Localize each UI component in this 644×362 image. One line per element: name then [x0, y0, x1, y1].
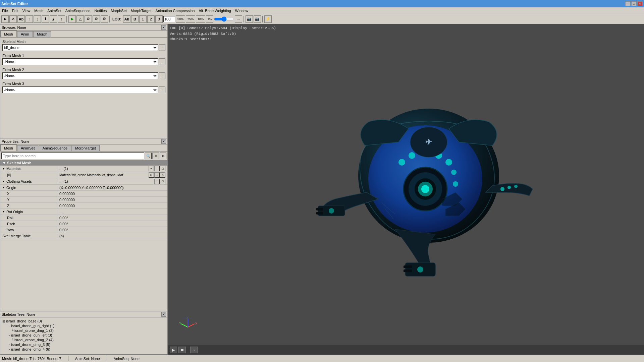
browser-panel-title: Browser: None [2, 25, 26, 29]
extra-mesh-2-btn[interactable]: ⋯ [159, 72, 165, 79]
toolbar-btn-6[interactable]: ▲ [50, 15, 57, 23]
menu-morphset[interactable]: MorphSet [109, 7, 129, 14]
tree-icon-dmg-4: └ [8, 348, 10, 351]
close-button[interactable]: ✕ [637, 1, 643, 6]
menu-animsequence[interactable]: AnimSequence [63, 7, 93, 14]
material-0-btn3[interactable]: ✕ [160, 172, 165, 178]
menu-morphtarget[interactable]: MorphTarget [129, 7, 154, 14]
skeleton-panel-header: Skeleton Tree: None ✕ [0, 311, 167, 317]
toolbar-btn-b[interactable]: B [131, 15, 139, 23]
clothing-expand[interactable]: ▼ [2, 180, 5, 183]
menu-view[interactable]: View [20, 7, 33, 14]
toolbar-btn-8[interactable]: ⚙ [85, 15, 92, 23]
skeletal-mesh-section[interactable]: ▼ Skeletal Mesh [0, 160, 167, 166]
menu-animset[interactable]: AnimSet [45, 7, 63, 14]
extra-mesh-1-btn[interactable]: ⋯ [159, 58, 165, 65]
drone-dot-7 [453, 181, 458, 187]
skeletal-mesh-select[interactable]: idf_drone [2, 44, 158, 51]
properties-panel-close[interactable]: ✕ [161, 139, 166, 144]
menu-notifies[interactable]: Notifies [92, 7, 109, 14]
materials-add-btn[interactable]: + [149, 166, 154, 171]
percent-input[interactable] [163, 16, 175, 22]
maximize-button[interactable]: □ [631, 1, 637, 6]
toolbar-btn-ab2[interactable]: Ab [123, 15, 130, 23]
status-mesh: Mesh: idf_drone Tris: 7604 Bones: 7 [2, 357, 61, 361]
menu-mesh[interactable]: Mesh [32, 7, 45, 14]
skeleton-panel-close[interactable]: ✕ [161, 312, 166, 317]
origin-expand[interactable]: ▼ [2, 186, 5, 189]
toolbar-btn-1[interactable]: ▶ [1, 15, 9, 23]
extra-mesh-3-select[interactable]: -None- [2, 86, 158, 93]
menu-animation-compression[interactable]: Animation Compression [154, 7, 197, 14]
toolbar-btn-10[interactable]: 10% [196, 15, 205, 23]
toolbar-btn-misc[interactable]: ⚡ [264, 15, 272, 23]
toolbar-btn-3[interactable]: ↑ [25, 15, 33, 23]
skeleton-item-base: ⊞ israel_drone_base (0) [2, 319, 165, 323]
tab-mesh[interactable]: Mesh [0, 31, 17, 37]
props-tab-mesh[interactable]: Mesh [0, 144, 17, 151]
skeleton-item-gun-right-label: israel_drone_gun_right (1) [11, 324, 54, 328]
extra-mesh-1-select[interactable]: -None- [2, 58, 158, 65]
search-btn[interactable]: 🔍 [145, 153, 152, 159]
skeletal-mesh-btn[interactable]: ⋯ [159, 44, 165, 51]
menu-window[interactable]: Window [233, 7, 250, 14]
toolbar-btn-lod2[interactable]: 2 [147, 15, 155, 23]
toolbar-btn-lod3[interactable]: 3 [155, 15, 163, 23]
clothing-add-btn[interactable]: + [154, 179, 160, 184]
extra-mesh-2-select[interactable]: -None- [2, 72, 158, 79]
tree-icon-dmg-1: └ [11, 329, 13, 333]
search-input[interactable] [1, 153, 144, 159]
materials-expand[interactable]: ▼ [2, 167, 5, 170]
toolbar-btn-lod1[interactable]: 1 [139, 15, 147, 23]
left-panels: Browser: None ✕ Mesh Anim Morph Skeletal… [0, 24, 168, 355]
toolbar-btn-50[interactable]: 50% [176, 15, 185, 23]
clothing-empty-btn[interactable]: □ [160, 179, 165, 184]
vp-btn-play[interactable]: ▶ [170, 347, 177, 353]
skeletal-mesh-label: Skeletal Mesh [2, 40, 165, 44]
viewport[interactable]: LOD [0] Bones:7 Polys:7604 (Display Fact… [168, 24, 644, 355]
props-tab-animsequence[interactable]: AnimSequence [39, 145, 71, 151]
props-tab-morphtarget[interactable]: MorphTarget [71, 145, 100, 151]
toolbar-btn-4[interactable]: ↕ [34, 15, 41, 23]
toolbar-btn-10[interactable]: ⚙ [101, 15, 108, 23]
extra-mesh-3-label: Extra Mesh 3 [2, 82, 165, 86]
tab-anim[interactable]: Anim [17, 31, 33, 37]
clothing-actions: + □ [154, 179, 165, 184]
toolbar-btn-7[interactable]: ! [58, 15, 65, 23]
minimize-button[interactable]: _ [625, 1, 631, 6]
menu-file[interactable]: File [0, 7, 10, 14]
menu-edit[interactable]: Edit [10, 7, 20, 14]
toolbar-slider[interactable] [214, 16, 234, 22]
toolbar-btn-5[interactable]: ⬆ [42, 15, 49, 23]
drone-dot-2 [409, 152, 415, 159]
extra-mesh-3-btn[interactable]: ⋯ [159, 86, 165, 93]
toolbar-btn-2[interactable]: ✕ [9, 15, 17, 23]
toolbar-btn-cam1[interactable]: 📷 [246, 15, 253, 23]
toolbar-btn-25[interactable]: 25% [186, 15, 195, 23]
rot-origin-expand[interactable]: ▼ [2, 210, 5, 213]
vp-btn-stop[interactable]: ⏹ [178, 347, 186, 353]
material-0-btn2[interactable]: ⊡ [154, 172, 160, 178]
toolbar-btn-arrow[interactable]: → [235, 15, 242, 23]
props-tab-animset[interactable]: AnimSet [17, 145, 39, 151]
vp-btn-timeline[interactable]: ↔ [190, 347, 198, 353]
materials-empty-btn[interactable]: □ [160, 166, 165, 171]
status-animset: AnimSet: None [75, 357, 100, 361]
material-0-btn1[interactable]: ⊞ [149, 172, 154, 178]
search-options-btn[interactable]: ⚙ [160, 153, 166, 159]
browser-panel-close[interactable]: ✕ [161, 25, 166, 30]
x-val: 0.000000 [59, 192, 75, 196]
toolbar-btn-9[interactable]: ⚙ [93, 15, 100, 23]
materials-minus-btn[interactable]: - [154, 166, 160, 171]
toolbar-btn-triangle[interactable]: △ [76, 15, 84, 23]
toolbar-btn-ab[interactable]: Ab [17, 15, 25, 23]
toolbar-btn-cam2[interactable]: 📷 [254, 15, 261, 23]
skeleton-item-base-label: israel_drone_base (0) [6, 319, 42, 323]
menu-alt-bone-weighting[interactable]: Alt. Bone Weighting [197, 7, 233, 14]
toolbar-btn-1p[interactable]: 1% [206, 15, 213, 23]
toolbar-btn-green[interactable]: ▶ [68, 15, 76, 23]
search-clear-btn[interactable]: ✕ [152, 153, 159, 159]
tab-morph[interactable]: Morph [33, 31, 51, 37]
extra-mesh-1-row: -None- ⋯ [2, 58, 165, 65]
clothing-value: ... (1) + □ [57, 178, 167, 184]
